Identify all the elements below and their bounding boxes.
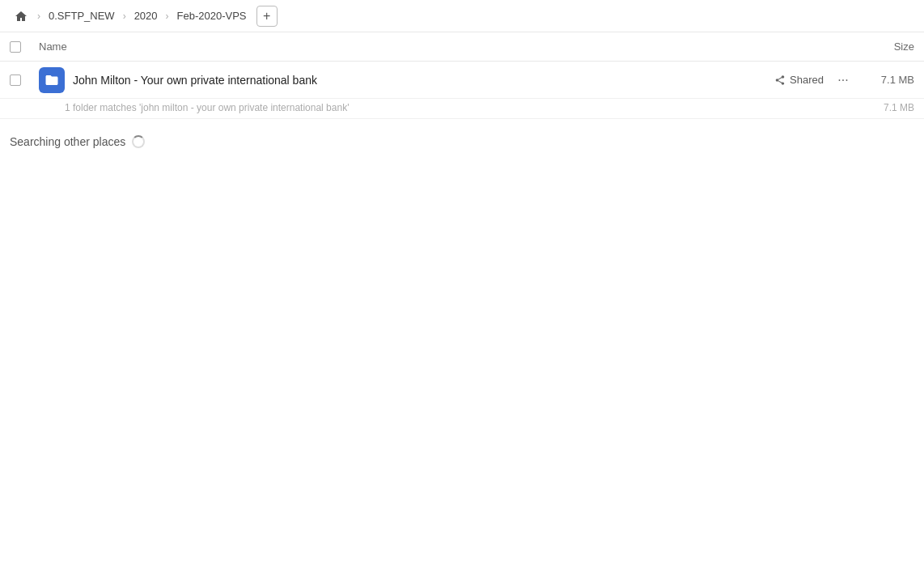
searching-label: Searching other places	[10, 135, 125, 148]
breadcrumb-sep-2: ›	[166, 11, 169, 22]
row-checkbox[interactable]	[10, 74, 21, 86]
file-size: 7.1 MB	[866, 74, 914, 86]
home-button[interactable]	[10, 5, 32, 28]
breadcrumb-sep-0: ›	[37, 11, 40, 22]
more-options-button[interactable]: ···	[832, 69, 854, 91]
table-header: Name Size	[0, 32, 924, 62]
select-all-checkbox[interactable]	[10, 41, 21, 53]
breadcrumb-sep-1: ›	[123, 11, 126, 22]
breadcrumb-item-1[interactable]: 2020	[131, 8, 161, 23]
subtitle-text: 1 folder matches 'john milton - your own…	[65, 102, 866, 113]
file-name: John Milton - Your own private internati…	[73, 74, 774, 87]
breadcrumb-item-0[interactable]: 0.SFTP_NEW	[45, 8, 118, 23]
share-icon	[774, 74, 786, 86]
col-name-header: Name	[39, 40, 850, 53]
toolbar: › 0.SFTP_NEW › 2020 › Feb-2020-VPS +	[0, 0, 924, 32]
searching-section: Searching other places	[0, 119, 924, 155]
col-size-header: Size	[850, 40, 914, 53]
folder-link-icon	[39, 67, 65, 93]
subtitle-size: 7.1 MB	[866, 102, 914, 113]
file-row[interactable]: John Milton - Your own private internati…	[0, 62, 924, 99]
breadcrumb-add-button[interactable]: +	[256, 6, 278, 27]
subtitle-row: 1 folder matches 'john milton - your own…	[0, 99, 924, 119]
loading-spinner	[132, 135, 145, 148]
shared-label: Shared	[790, 74, 824, 86]
shared-badge: Shared	[774, 74, 824, 86]
breadcrumb-item-2[interactable]: Feb-2020-VPS	[174, 8, 250, 23]
